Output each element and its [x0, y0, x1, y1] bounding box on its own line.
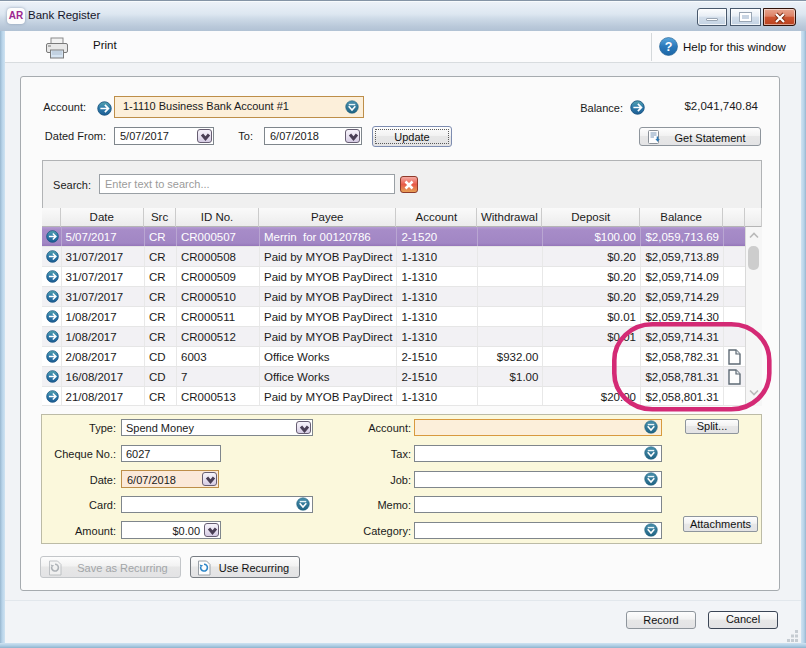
svg-text:?: ?: [665, 40, 673, 54]
